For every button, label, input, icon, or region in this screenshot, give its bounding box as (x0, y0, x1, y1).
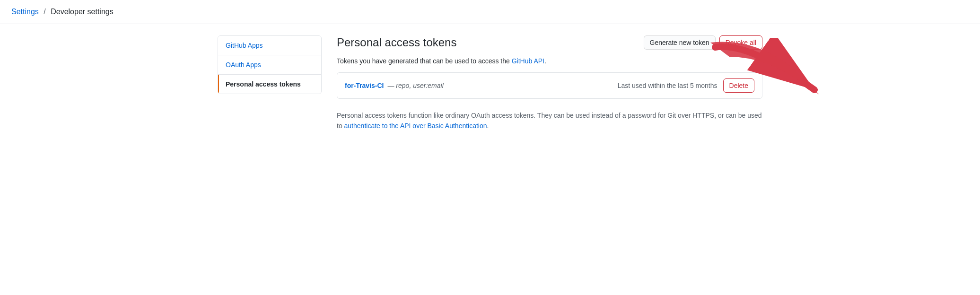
delete-token-button[interactable]: Delete (723, 78, 754, 93)
breadcrumb-current: Developer settings (51, 8, 114, 16)
token-name-link[interactable]: for-Travis-CI (345, 82, 384, 89)
description-prefix: Tokens you have generated that can be us… (337, 57, 512, 65)
token-scopes: — repo, user:email (387, 82, 443, 89)
token-actions: Last used within the last 5 months Delet… (618, 78, 754, 93)
sidebar: GitHub Apps OAuth Apps Personal access t… (218, 35, 322, 94)
sidebar-item-github-apps[interactable]: GitHub Apps (218, 36, 321, 55)
main-content: Personal access tokens Generate new toke… (337, 35, 762, 131)
sidebar-item-personal-access-tokens[interactable]: Personal access tokens (218, 75, 321, 94)
sidebar-item-oauth-apps[interactable]: OAuth Apps (218, 55, 321, 75)
github-api-link[interactable]: GitHub API (512, 57, 544, 65)
description-suffix: . (544, 57, 546, 65)
generate-new-token-button[interactable]: Generate new token (644, 35, 716, 50)
breadcrumb-settings-link[interactable]: Settings (11, 8, 39, 16)
header-actions: Generate new token Revoke all (644, 35, 762, 50)
token-info: for-Travis-CI — repo, user:email (345, 82, 444, 89)
content-header: Personal access tokens Generate new toke… (337, 35, 762, 50)
token-list: for-Travis-CI — repo, user:email Last us… (337, 72, 762, 99)
revoke-all-button[interactable]: Revoke all (719, 35, 762, 50)
basic-auth-link[interactable]: authenticate to the API over Basic Authe… (344, 122, 487, 130)
token-last-used: Last used within the last 5 months (618, 82, 718, 89)
breadcrumb-separator: / (44, 8, 45, 16)
description-text: Tokens you have generated that can be us… (337, 57, 762, 65)
page-title: Personal access tokens (337, 36, 456, 49)
footer-text: Personal access tokens function like ord… (337, 110, 762, 131)
table-row: for-Travis-CI — repo, user:email Last us… (337, 73, 762, 98)
breadcrumb: Settings / Developer settings (11, 8, 114, 16)
main-layout: GitHub Apps OAuth Apps Personal access t… (206, 35, 774, 131)
breadcrumb-bar: Settings / Developer settings (0, 0, 980, 24)
footer-suffix: . (487, 122, 489, 130)
